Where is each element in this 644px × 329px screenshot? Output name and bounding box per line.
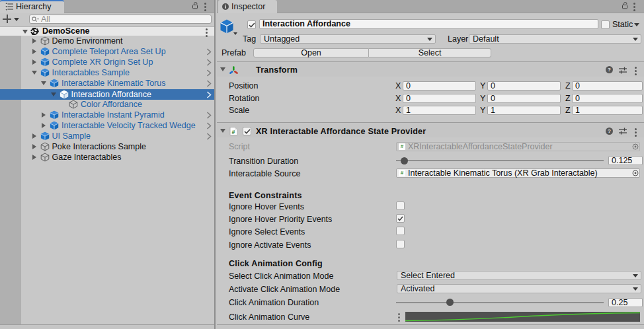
svg-text:?: ? [608, 67, 611, 73]
svg-text:?: ? [608, 128, 611, 134]
svg-text:#: # [231, 129, 235, 135]
